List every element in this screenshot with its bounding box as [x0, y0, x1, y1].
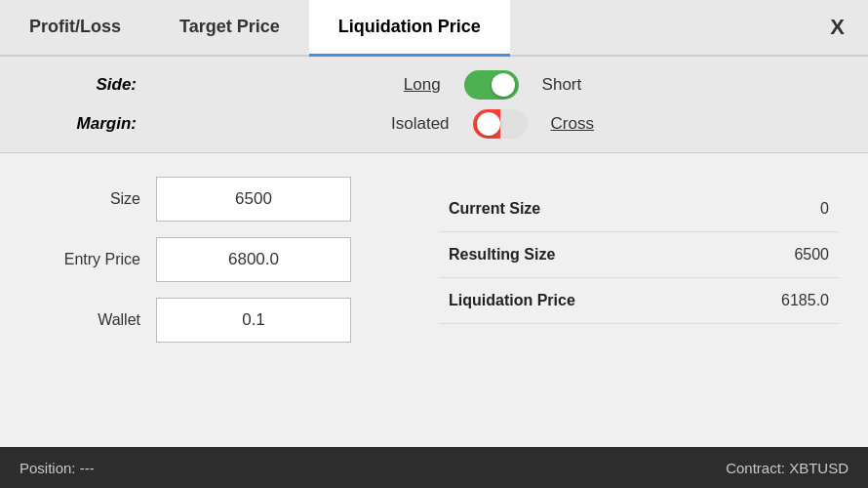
liquidation-price-value: 6185.0 [781, 292, 829, 309]
size-row: Size [29, 177, 419, 222]
config-section: Side: Long Short Margin: Isolated Cross [0, 57, 868, 153]
wallet-row: Wallet [29, 298, 419, 343]
current-size-row: Current Size 0 [439, 186, 839, 232]
margin-toggle[interactable] [473, 109, 528, 139]
size-label: Size [29, 190, 156, 208]
size-input[interactable] [156, 177, 351, 222]
side-toggle-knob [492, 73, 515, 97]
side-row: Side: Long Short [39, 70, 829, 100]
tab-profit-loss[interactable]: Profit/Loss [0, 0, 150, 57]
entry-price-row: Entry Price [29, 237, 419, 282]
margin-row: Margin: Isolated Cross [39, 109, 829, 139]
margin-options: Isolated Cross [156, 109, 829, 139]
tab-liquidation-price[interactable]: Liquidation Price [309, 0, 510, 57]
side-short-option[interactable]: Short [542, 75, 582, 95]
side-label: Side: [39, 75, 156, 95]
form-section: Size Entry Price Wallet [29, 177, 419, 424]
margin-isolated-option[interactable]: Isolated [391, 114, 450, 134]
resulting-size-row: Resulting Size 6500 [439, 232, 839, 278]
resulting-size-label: Resulting Size [449, 246, 555, 264]
main-content: Size Entry Price Wallet Current Size 0 R… [0, 153, 868, 447]
footer: Position: --- Contract: XBTUSD [0, 447, 868, 488]
margin-cross-option[interactable]: Cross [551, 114, 594, 134]
footer-contract: Contract: XBTUSD [726, 460, 848, 476]
wallet-input[interactable] [156, 298, 351, 343]
margin-toggle-knob [477, 112, 500, 136]
entry-price-label: Entry Price [29, 251, 156, 268]
margin-label: Margin: [39, 114, 156, 134]
footer-position: Position: --- [20, 460, 95, 476]
resulting-size-value: 6500 [794, 246, 829, 264]
info-panel: Current Size 0 Resulting Size 6500 Liqui… [439, 177, 839, 424]
tab-bar: Profit/Loss Target Price Liquidation Pri… [0, 0, 868, 57]
wallet-label: Wallet [29, 311, 156, 329]
current-size-label: Current Size [449, 200, 540, 218]
side-toggle[interactable] [464, 70, 519, 100]
side-long-option[interactable]: Long [404, 75, 441, 95]
current-size-value: 0 [820, 200, 829, 218]
tab-target-price[interactable]: Target Price [150, 0, 309, 57]
side-options: Long Short [156, 70, 829, 100]
entry-price-input[interactable] [156, 237, 351, 282]
calculator-container: Profit/Loss Target Price Liquidation Pri… [0, 0, 868, 488]
liquidation-price-label: Liquidation Price [449, 292, 575, 309]
close-button[interactable]: X [807, 0, 868, 55]
liquidation-price-row: Liquidation Price 6185.0 [439, 278, 839, 324]
